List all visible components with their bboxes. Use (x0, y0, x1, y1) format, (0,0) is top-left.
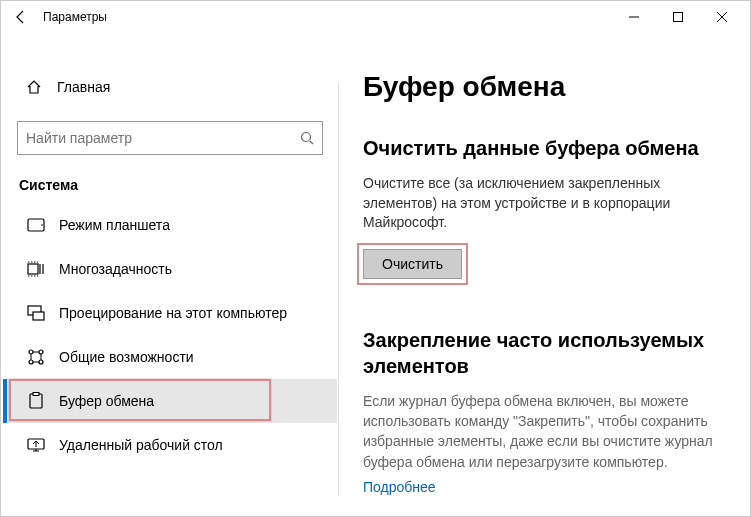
sidebar-item-label: Проецирование на этот компьютер (59, 305, 287, 321)
minimize-button[interactable] (612, 1, 656, 33)
sidebar-item-remote-desktop[interactable]: Удаленный рабочий стол (3, 423, 337, 467)
svg-point-3 (41, 224, 43, 226)
sidebar-item-label: Многозадачность (59, 261, 172, 277)
window-controls (612, 1, 744, 33)
sidebar-item-multitasking[interactable]: Многозадачность (3, 247, 337, 291)
close-button[interactable] (700, 1, 744, 33)
sidebar-item-label: Удаленный рабочий стол (59, 437, 223, 453)
more-link[interactable]: Подробнее (363, 479, 436, 495)
titlebar: Параметры (1, 1, 750, 33)
sidebar: Главная Система Режим планшета (1, 33, 339, 516)
nav-list: Режим планшета Многозадачность Проециров… (3, 203, 337, 467)
back-button[interactable] (7, 3, 35, 31)
pin-section: Закрепление часто используемых элементов… (363, 327, 724, 496)
page-title: Буфер обмена (363, 71, 724, 103)
search-input[interactable] (26, 130, 300, 146)
pin-section-desc: Если журнал буфера обмена включен, вы мо… (363, 391, 724, 472)
multitasking-icon (27, 260, 45, 278)
home-icon (25, 78, 43, 96)
svg-point-8 (39, 350, 43, 354)
clear-section-title: Очистить данные буфера обмена (363, 137, 724, 160)
category-heading: Система (17, 177, 323, 193)
settings-window: Параметры Главная (0, 0, 751, 517)
maximize-button[interactable] (656, 1, 700, 33)
search-icon (300, 131, 314, 145)
svg-rect-12 (33, 393, 39, 396)
sidebar-item-shared[interactable]: Общие возможности (3, 335, 337, 379)
svg-point-7 (29, 350, 33, 354)
clipboard-icon (27, 392, 45, 410)
project-icon (27, 304, 45, 322)
clear-section-desc: Очистите все (за исключением закрепленны… (363, 174, 724, 233)
svg-rect-4 (28, 264, 38, 274)
remote-desktop-icon (27, 436, 45, 454)
home-label: Главная (57, 79, 110, 95)
sidebar-item-label: Общие возможности (59, 349, 194, 365)
window-title: Параметры (35, 10, 107, 24)
sidebar-item-label: Режим планшета (59, 217, 170, 233)
svg-point-1 (302, 133, 311, 142)
vertical-divider (338, 83, 339, 496)
svg-point-9 (29, 360, 33, 364)
home-link[interactable]: Главная (17, 67, 323, 107)
svg-rect-6 (33, 312, 44, 320)
sidebar-item-clipboard[interactable]: Буфер обмена (3, 379, 337, 423)
sidebar-item-projecting[interactable]: Проецирование на этот компьютер (3, 291, 337, 335)
svg-rect-11 (30, 394, 42, 408)
svg-point-10 (39, 360, 43, 364)
shared-icon (27, 348, 45, 366)
main-panel: Буфер обмена Очистить данные буфера обме… (339, 33, 750, 516)
sidebar-item-label: Буфер обмена (59, 393, 154, 409)
svg-rect-0 (674, 13, 683, 22)
clear-button-wrap: Очистить (363, 249, 462, 279)
content: Главная Система Режим планшета (1, 33, 750, 516)
clear-button[interactable]: Очистить (363, 249, 462, 279)
sidebar-item-tablet-mode[interactable]: Режим планшета (3, 203, 337, 247)
search-box[interactable] (17, 121, 323, 155)
pin-section-title: Закрепление часто используемых элементов (363, 327, 724, 379)
tablet-icon (27, 216, 45, 234)
